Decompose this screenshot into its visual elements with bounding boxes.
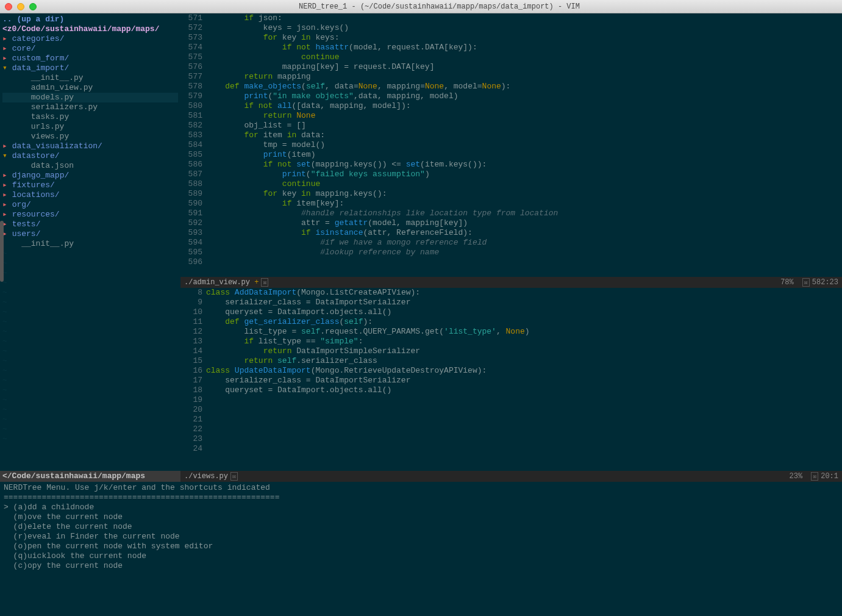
code-line[interactable]: print("in make objects",data, mapping, m… [206, 91, 842, 101]
tree-dir[interactable]: ▸ locations/ [2, 190, 178, 200]
line-number: 577 [180, 72, 202, 82]
code-line[interactable]: #handle relationships like location type… [206, 209, 842, 218]
tree-up-dir[interactable]: .. (up a dir) [2, 15, 178, 24]
scrollbar[interactable] [0, 221, 4, 282]
menu-item[interactable]: (c)opy the current node [4, 561, 838, 571]
zoom-icon[interactable] [29, 3, 37, 10]
close-icon[interactable] [5, 3, 12, 10]
code-line[interactable]: obj_list = [] [206, 121, 842, 131]
code-line[interactable]: queryset = DataImport.objects.all() [206, 385, 842, 395]
tree-dir[interactable]: ▸ django_mapp/ [2, 171, 178, 181]
code-line[interactable]: return mapping [206, 72, 842, 82]
code-pane-bottom[interactable]: 89101112131415161718192021222324 class A… [180, 288, 842, 471]
empty-line-tilde: ~ [2, 288, 178, 298]
tree-dir[interactable]: ▸ custom_form/ [2, 54, 178, 63]
code-line[interactable]: return self.serializer_class [206, 356, 842, 366]
minimize-icon[interactable] [17, 3, 24, 10]
tree-file[interactable]: tasks.py [2, 112, 178, 122]
tree-file[interactable]: serializers.py [2, 102, 178, 112]
line-number: 573 [180, 33, 202, 43]
code-line[interactable]: if json: [206, 13, 842, 23]
menu-item[interactable]: (m)ove the current node [4, 512, 838, 522]
code-line[interactable]: list_type = self.request.QUERY_PARAMS.ge… [206, 327, 842, 337]
menu-item[interactable]: (d)elete the current node [4, 522, 838, 532]
code-line[interactable]: tmp = model() [206, 140, 842, 150]
tree-file[interactable]: views.py [2, 132, 178, 141]
code-line[interactable]: if not set(mapping.keys()) <= set(item.k… [206, 160, 842, 170]
code-line[interactable]: return DataImportSimpleSerializer [206, 346, 842, 356]
code-content[interactable]: if json: keys = json.keys() for key in k… [206, 13, 842, 277]
empty-line-tilde: ~ [2, 385, 178, 395]
line-number: 572 [180, 23, 202, 33]
code-line[interactable]: mapping[key] = request.DATA[key] [206, 62, 842, 72]
tree-dir[interactable]: ▸ users/ [2, 229, 178, 239]
code-line[interactable]: print("failed keys assumption") [206, 170, 842, 179]
line-number: 588 [180, 179, 202, 189]
nerdtree-sidebar[interactable]: .. (up a dir) <z0/Code/sustainhawaii/map… [0, 13, 180, 482]
close-buffer-icon[interactable]: ☒ [261, 278, 268, 287]
menu-item[interactable]: > (a)dd a childnode [4, 503, 838, 512]
line-number: 591 [180, 209, 202, 218]
code-line[interactable]: #if we have a mongo reference field [206, 238, 842, 248]
code-line[interactable]: print(item) [206, 150, 842, 160]
tree-dir[interactable]: ▸ categories/ [2, 34, 178, 44]
code-line[interactable]: keys = json.keys() [206, 23, 842, 33]
arrow-icon: ▾ [2, 63, 7, 73]
tree-dir[interactable]: ▸ fixtures/ [2, 181, 178, 190]
line-number: 578 [180, 82, 202, 91]
window-title: NERD_tree_1 - (~/Code/sustainhawaii/mapp… [41, 2, 837, 11]
code-line[interactable]: class UpdateDataImport(Mongo.RetrieveUpd… [206, 366, 842, 376]
sidebar-statusline: </Code/sustainhawaii/mapp/maps [0, 471, 180, 482]
code-pane-top[interactable]: 5715725735745755765775785795805815825835… [180, 13, 842, 277]
line-number: 23 [180, 434, 202, 444]
code-line[interactable]: #lookup reference by name [206, 248, 842, 257]
code-line[interactable]: def make_objects(self, data=None, mappin… [206, 82, 842, 91]
tree-dir[interactable]: ▸ resources/ [2, 210, 178, 220]
tree-dir[interactable]: ▸ core/ [2, 44, 178, 54]
empty-line-tilde: ~ [2, 376, 178, 385]
code-line[interactable]: queryset = DataImport.objects.all() [206, 307, 842, 317]
menu-item[interactable]: (o)pen the current node with system edit… [4, 542, 838, 551]
code-line[interactable]: if isinstance(attr, ReferenceField): [206, 228, 842, 238]
scroll-percent: 23% [790, 472, 803, 481]
empty-line-tilde: ~ [2, 278, 178, 288]
tree-file[interactable]: __init__.py [2, 239, 178, 249]
code-line[interactable]: attr = getattr(model, mapping[key]) [206, 218, 842, 228]
tree-dir[interactable]: ▸ tests/ [2, 220, 178, 229]
menu-item[interactable]: (r)eveal in Finder the current node [4, 532, 838, 542]
statusline-top: ./admin_view.py + ☒ 78% ☒ 582:23 [180, 277, 842, 288]
buffer-filename: ./admin_view.py [184, 278, 250, 287]
code-line[interactable]: for key in keys: [206, 33, 842, 43]
tree-dir[interactable]: ▸ org/ [2, 200, 178, 210]
code-line[interactable]: if item[key]: [206, 199, 842, 209]
code-content[interactable]: class AddDataImport(Mongo.ListCreateAPIV… [206, 288, 842, 471]
close-buffer-icon[interactable]: ☒ [230, 472, 238, 481]
code-line[interactable]: continue [206, 179, 842, 189]
menu-item[interactable]: (q)uicklook the current node [4, 551, 838, 561]
line-number: 587 [180, 170, 202, 179]
code-line[interactable]: return None [206, 111, 842, 121]
tree-dir[interactable]: ▸ data_visualization/ [2, 141, 178, 151]
tree-file[interactable]: __init__.py [2, 73, 178, 83]
tree-root-path: <z0/Code/sustainhawaii/mapp/maps/ [2, 24, 178, 34]
code-line[interactable]: if list_type == "simple": [206, 337, 842, 346]
tree-file[interactable]: models.py [2, 93, 178, 102]
tree-dir[interactable]: ▾ datastore/ [2, 151, 178, 161]
line-number: 574 [180, 43, 202, 52]
code-line[interactable]: serializer_class = DataImportSerializer [206, 298, 842, 307]
tree-dir[interactable]: ▾ data_import/ [2, 63, 178, 73]
empty-line-tilde: ~ [2, 356, 178, 366]
code-line[interactable]: if not all([data, mapping, model]): [206, 101, 842, 111]
code-line[interactable]: class AddDataImport(Mongo.ListCreateAPIV… [206, 288, 842, 298]
code-line[interactable]: for item in data: [206, 131, 842, 140]
nerdtree-menu[interactable]: NERDTree Menu. Use j/k/enter and the sho… [0, 482, 842, 604]
code-line[interactable]: serializer_class = DataImportSerializer [206, 376, 842, 385]
code-line[interactable]: for key in mapping.keys(): [206, 189, 842, 199]
code-line[interactable]: if not hasattr(model, request.DATA[key])… [206, 43, 842, 52]
code-line[interactable]: def get_serializer_class(self): [206, 317, 842, 327]
tree-file[interactable]: urls.py [2, 122, 178, 132]
line-number: 595 [180, 248, 202, 257]
tree-file[interactable]: admin_view.py [2, 83, 178, 93]
code-line[interactable]: continue [206, 52, 842, 62]
tree-file[interactable]: data.json [2, 161, 178, 171]
